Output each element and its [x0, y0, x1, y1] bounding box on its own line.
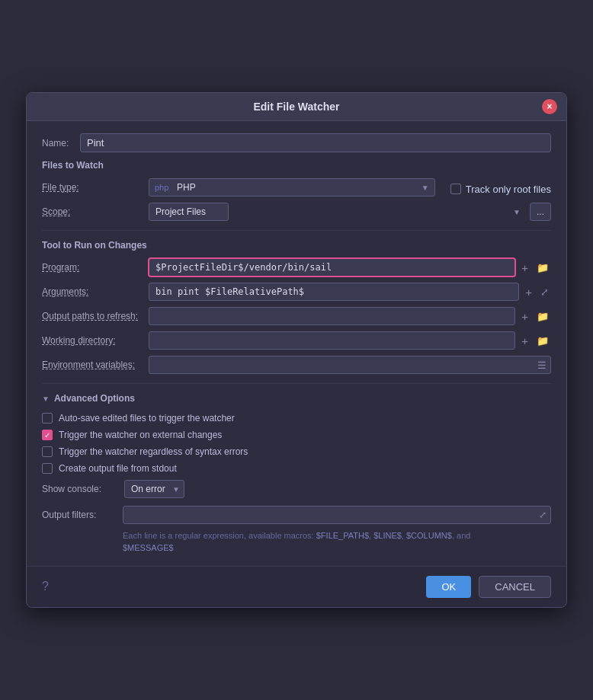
- edit-file-watcher-dialog: Edit File Watcher × Name: Files to Watch…: [26, 92, 567, 608]
- program-input-wrapper: + 📁: [149, 258, 551, 276]
- working-dir-row: Working directory: + 📁: [42, 331, 551, 350]
- advanced-options-toggle[interactable]: ▼ Advanced Options: [42, 393, 551, 404]
- arguments-input[interactable]: [149, 283, 519, 301]
- cancel-button[interactable]: CANCEL: [479, 576, 551, 598]
- arguments-input-wrapper: + ⤢: [149, 283, 551, 301]
- trigger-external-row: Trigger the watcher on external changes: [42, 430, 551, 440]
- track-root-label[interactable]: Track only root files: [450, 184, 551, 195]
- arguments-add-button[interactable]: +: [522, 284, 535, 300]
- output-filters-input[interactable]: [123, 506, 551, 524]
- macro-line: $LINE$: [373, 531, 402, 540]
- advanced-chevron-icon: ▼: [42, 395, 50, 403]
- track-root-text: Track only root files: [466, 184, 551, 195]
- working-dir-input[interactable]: [149, 331, 515, 350]
- divider-2: [42, 383, 551, 384]
- create-output-row: Create output file from stdout: [42, 463, 551, 474]
- scope-row: Scope: Project Files ▼ ...: [42, 203, 551, 221]
- divider-1: [42, 230, 551, 231]
- scope-select[interactable]: Project Files: [149, 203, 229, 221]
- env-vars-row: Environment variables: ☰: [42, 356, 551, 374]
- env-vars-input[interactable]: [149, 356, 551, 374]
- output-paths-folder-button[interactable]: 📁: [534, 309, 551, 324]
- dialog-body: Name: Files to Watch File type: PHP php …: [27, 121, 566, 566]
- program-input[interactable]: [149, 258, 515, 276]
- create-output-checkbox[interactable]: [42, 463, 53, 474]
- output-filters-input-wrapper: ⤢: [123, 506, 551, 524]
- output-paths-row: Output paths to refresh: + 📁: [42, 307, 551, 325]
- macro-column: $COLUMN$: [406, 531, 452, 540]
- tool-to-run-title: Tool to Run on Changes: [42, 240, 551, 251]
- scope-arrow-icon: ▼: [513, 208, 521, 216]
- file-type-select[interactable]: PHP: [149, 178, 435, 197]
- working-dir-input-wrapper: + 📁: [149, 331, 551, 350]
- output-paths-add-button[interactable]: +: [518, 308, 531, 324]
- show-console-label: Show console:: [42, 484, 118, 494]
- working-dir-folder-button[interactable]: 📁: [534, 334, 551, 348]
- scope-ellipsis-button[interactable]: ...: [530, 203, 551, 221]
- trigger-syntax-checkbox[interactable]: [42, 446, 53, 457]
- macro-file-path: $FILE_PATH$: [316, 531, 369, 540]
- output-filters-label: Output filters:: [42, 510, 118, 520]
- file-type-label: File type:: [42, 182, 149, 193]
- scope-label: Scope:: [42, 206, 149, 217]
- trigger-external-checkbox[interactable]: [42, 430, 53, 440]
- program-add-button[interactable]: +: [518, 260, 531, 276]
- auto-save-checkbox[interactable]: [42, 413, 53, 424]
- scope-select-wrapper: Project Files ▼ ...: [149, 203, 551, 221]
- macro-message: $MESSAGE$: [123, 543, 174, 552]
- ok-button[interactable]: OK: [426, 576, 471, 598]
- files-to-watch-title: Files to Watch: [42, 160, 551, 171]
- arguments-row: Arguments: + ⤢: [42, 283, 551, 301]
- dialog-title-bar: Edit File Watcher ×: [27, 93, 566, 121]
- show-console-select[interactable]: On error Always Never: [124, 480, 184, 498]
- help-icon[interactable]: ?: [42, 580, 49, 593]
- show-console-row: Show console: On error Always Never ▼: [42, 480, 551, 498]
- program-folder-button[interactable]: 📁: [534, 261, 551, 275]
- create-output-label: Create output file from stdout: [59, 463, 177, 474]
- dialog-footer: ? OK CANCEL: [27, 566, 566, 607]
- trigger-syntax-row: Trigger the watcher regardless of syntax…: [42, 446, 551, 457]
- working-dir-add-button[interactable]: +: [518, 333, 531, 349]
- env-vars-input-wrapper: ☰: [149, 356, 551, 374]
- output-paths-input-wrapper: + 📁: [149, 307, 551, 325]
- working-dir-label: Working directory:: [42, 335, 149, 346]
- trigger-syntax-label: Trigger the watcher regardless of syntax…: [59, 446, 248, 457]
- name-row: Name:: [42, 133, 551, 152]
- dialog-title: Edit File Watcher: [253, 101, 339, 113]
- footer-buttons: OK CANCEL: [426, 576, 551, 598]
- track-root-checkbox[interactable]: [450, 184, 461, 194]
- program-label: Program:: [42, 262, 149, 273]
- hint-text: Each line is a regular expression, avail…: [42, 530, 551, 554]
- program-row: Program: + 📁: [42, 258, 551, 276]
- advanced-options-title: Advanced Options: [54, 393, 135, 404]
- file-type-select-wrapper: PHP php ▼ Track only root files: [149, 178, 551, 197]
- close-button[interactable]: ×: [542, 99, 557, 114]
- output-filters-row: Output filters: ⤢: [42, 506, 551, 524]
- arguments-expand-button[interactable]: ⤢: [538, 285, 551, 299]
- auto-save-label: Auto-save edited files to trigger the wa…: [59, 413, 235, 424]
- output-filters-expand-button[interactable]: ⤢: [539, 510, 547, 520]
- show-console-select-wrapper: On error Always Never ▼: [124, 480, 184, 498]
- file-type-row: File type: PHP php ▼ Track only root fil…: [42, 178, 551, 197]
- env-vars-label: Environment variables:: [42, 360, 149, 370]
- name-input[interactable]: [80, 133, 551, 152]
- name-label: Name:: [42, 138, 80, 149]
- arguments-label: Arguments:: [42, 286, 149, 297]
- trigger-external-label: Trigger the watcher on external changes: [59, 430, 222, 440]
- auto-save-row: Auto-save edited files to trigger the wa…: [42, 413, 551, 424]
- output-paths-input[interactable]: [149, 307, 515, 325]
- output-paths-label: Output paths to refresh:: [42, 311, 149, 321]
- env-vars-list-button[interactable]: ☰: [537, 360, 547, 371]
